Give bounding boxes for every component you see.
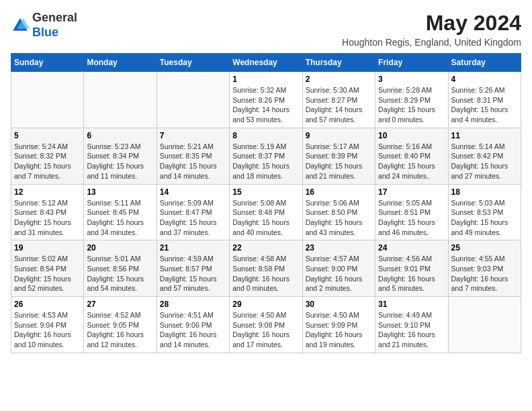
day-number: 7 bbox=[160, 131, 226, 140]
calendar-cell: 20Sunrise: 5:01 AMSunset: 8:56 PMDayligh… bbox=[84, 240, 157, 297]
day-info: Sunrise: 4:57 AMSunset: 9:00 PMDaylight:… bbox=[306, 254, 372, 293]
day-number: 21 bbox=[160, 243, 226, 253]
day-info: Sunrise: 4:52 AMSunset: 9:05 PMDaylight:… bbox=[87, 310, 153, 350]
sunrise-text: Sunrise: 5:21 AM bbox=[160, 142, 214, 150]
day-number: 28 bbox=[160, 300, 226, 309]
sunset-text: Sunset: 8:39 PM bbox=[306, 152, 358, 160]
sunrise-text: Sunrise: 5:32 AM bbox=[232, 86, 286, 94]
sunrise-text: Sunrise: 5:09 AM bbox=[160, 199, 214, 207]
calendar-cell: 23Sunrise: 4:57 AMSunset: 9:00 PMDayligh… bbox=[302, 240, 375, 297]
sunset-text: Sunset: 9:04 PM bbox=[14, 321, 66, 329]
weekday-header-row: SundayMondayTuesdayWednesdayThursdayFrid… bbox=[11, 54, 521, 72]
day-number: 3 bbox=[378, 75, 445, 84]
sunset-text: Sunset: 9:01 PM bbox=[378, 265, 431, 273]
daylight-text: Daylight: 15 hours and 52 minutes. bbox=[14, 275, 71, 293]
day-number: 30 bbox=[306, 300, 372, 309]
day-info: Sunrise: 5:01 AMSunset: 8:56 PMDaylight:… bbox=[87, 254, 153, 293]
sunrise-text: Sunrise: 5:11 AM bbox=[87, 199, 140, 207]
sunset-text: Sunset: 9:09 PM bbox=[306, 321, 358, 329]
sunset-text: Sunset: 8:53 PM bbox=[451, 208, 504, 216]
day-number: 8 bbox=[232, 131, 299, 140]
sunrise-text: Sunrise: 4:50 AM bbox=[306, 311, 359, 319]
calendar-cell: 11Sunrise: 5:14 AMSunset: 8:42 PMDayligh… bbox=[448, 128, 521, 184]
calendar-cell: 15Sunrise: 5:08 AMSunset: 8:48 PMDayligh… bbox=[230, 184, 302, 240]
day-info: Sunrise: 4:59 AMSunset: 8:57 PMDaylight:… bbox=[160, 254, 226, 293]
sunset-text: Sunset: 8:57 PM bbox=[160, 265, 212, 273]
sunset-text: Sunset: 8:35 PM bbox=[160, 152, 212, 160]
daylight-text: Daylight: 16 hours and 0 minutes. bbox=[232, 275, 290, 293]
daylight-text: Daylight: 16 hours and 5 minutes. bbox=[378, 275, 435, 293]
sunrise-text: Sunrise: 5:16 AM bbox=[378, 142, 432, 150]
day-info: Sunrise: 5:28 AMSunset: 8:29 PMDaylight:… bbox=[378, 85, 445, 125]
daylight-text: Daylight: 16 hours and 19 minutes. bbox=[306, 330, 363, 349]
weekday-header: Sunday bbox=[11, 54, 84, 72]
weekday-header: Thursday bbox=[302, 54, 375, 72]
calendar-cell: 24Sunrise: 4:56 AMSunset: 9:01 PMDayligh… bbox=[375, 240, 448, 297]
calendar-week-row: 5Sunrise: 5:24 AMSunset: 8:32 PMDaylight… bbox=[11, 128, 521, 184]
day-number: 31 bbox=[378, 300, 445, 309]
sunrise-text: Sunrise: 5:30 AM bbox=[306, 86, 359, 94]
daylight-text: Daylight: 16 hours and 12 minutes. bbox=[87, 330, 144, 349]
sunrise-text: Sunrise: 4:58 AM bbox=[232, 255, 286, 263]
day-number: 4 bbox=[451, 75, 518, 84]
daylight-text: Daylight: 14 hours and 57 minutes. bbox=[306, 105, 363, 124]
weekday-header: Monday bbox=[84, 54, 157, 72]
day-info: Sunrise: 5:16 AMSunset: 8:40 PMDaylight:… bbox=[378, 142, 445, 181]
day-info: Sunrise: 5:03 AMSunset: 8:53 PMDaylight:… bbox=[451, 198, 518, 238]
calendar-week-row: 19Sunrise: 5:02 AMSunset: 8:54 PMDayligh… bbox=[11, 240, 521, 297]
calendar-cell: 12Sunrise: 5:12 AMSunset: 8:43 PMDayligh… bbox=[11, 184, 84, 240]
sunrise-text: Sunrise: 4:49 AM bbox=[378, 311, 432, 319]
day-info: Sunrise: 5:09 AMSunset: 8:47 PMDaylight:… bbox=[160, 198, 226, 238]
calendar-week-row: 1Sunrise: 5:32 AMSunset: 8:26 PMDaylight… bbox=[11, 72, 521, 128]
weekday-header: Tuesday bbox=[157, 54, 229, 72]
sunset-text: Sunset: 9:00 PM bbox=[306, 265, 358, 273]
calendar-cell: 27Sunrise: 4:52 AMSunset: 9:05 PMDayligh… bbox=[84, 297, 157, 353]
day-info: Sunrise: 4:50 AMSunset: 9:09 PMDaylight:… bbox=[306, 310, 372, 350]
daylight-text: Daylight: 15 hours and 49 minutes. bbox=[451, 218, 508, 236]
sunset-text: Sunset: 8:42 PM bbox=[451, 152, 504, 160]
calendar-cell: 2Sunrise: 5:30 AMSunset: 8:27 PMDaylight… bbox=[302, 72, 375, 128]
day-number: 16 bbox=[306, 187, 372, 197]
day-info: Sunrise: 5:06 AMSunset: 8:50 PMDaylight:… bbox=[306, 198, 372, 238]
sunset-text: Sunset: 8:58 PM bbox=[232, 265, 285, 273]
daylight-text: Daylight: 16 hours and 7 minutes. bbox=[451, 275, 508, 293]
daylight-text: Daylight: 15 hours and 14 minutes. bbox=[160, 162, 217, 180]
day-info: Sunrise: 4:50 AMSunset: 9:08 PMDaylight:… bbox=[232, 310, 299, 350]
sunset-text: Sunset: 8:45 PM bbox=[87, 208, 139, 216]
day-info: Sunrise: 4:56 AMSunset: 9:01 PMDaylight:… bbox=[378, 254, 445, 293]
daylight-text: Daylight: 15 hours and 7 minutes. bbox=[14, 162, 71, 180]
sunset-text: Sunset: 9:06 PM bbox=[160, 321, 212, 329]
calendar-cell: 26Sunrise: 4:53 AMSunset: 9:04 PMDayligh… bbox=[11, 297, 84, 353]
sunrise-text: Sunrise: 4:52 AM bbox=[87, 311, 140, 319]
calendar-cell bbox=[448, 297, 521, 353]
sunrise-text: Sunrise: 4:50 AM bbox=[232, 311, 286, 319]
day-number: 27 bbox=[87, 300, 153, 309]
calendar-cell: 18Sunrise: 5:03 AMSunset: 8:53 PMDayligh… bbox=[448, 184, 521, 240]
daylight-text: Daylight: 15 hours and 34 minutes. bbox=[87, 218, 144, 236]
day-number: 24 bbox=[378, 243, 445, 253]
sunrise-text: Sunrise: 5:01 AM bbox=[87, 255, 140, 263]
day-info: Sunrise: 5:11 AMSunset: 8:45 PMDaylight:… bbox=[87, 198, 153, 238]
day-info: Sunrise: 5:05 AMSunset: 8:51 PMDaylight:… bbox=[378, 198, 445, 238]
calendar-cell: 7Sunrise: 5:21 AMSunset: 8:35 PMDaylight… bbox=[157, 128, 229, 184]
day-info: Sunrise: 5:26 AMSunset: 8:31 PMDaylight:… bbox=[451, 85, 518, 125]
sunrise-text: Sunrise: 4:51 AM bbox=[160, 311, 214, 319]
calendar-cell: 10Sunrise: 5:16 AMSunset: 8:40 PMDayligh… bbox=[375, 128, 448, 184]
day-info: Sunrise: 5:30 AMSunset: 8:27 PMDaylight:… bbox=[306, 85, 372, 125]
daylight-text: Daylight: 15 hours and 11 minutes. bbox=[87, 162, 144, 180]
day-number: 20 bbox=[87, 243, 153, 253]
day-number: 10 bbox=[378, 131, 445, 140]
calendar-cell: 6Sunrise: 5:23 AMSunset: 8:34 PMDaylight… bbox=[84, 128, 157, 184]
sunset-text: Sunset: 8:54 PM bbox=[14, 265, 66, 273]
calendar-cell: 31Sunrise: 4:49 AMSunset: 9:10 PMDayligh… bbox=[375, 297, 448, 353]
daylight-text: Daylight: 16 hours and 14 minutes. bbox=[160, 330, 217, 349]
day-info: Sunrise: 5:19 AMSunset: 8:37 PMDaylight:… bbox=[232, 142, 299, 181]
day-info: Sunrise: 5:08 AMSunset: 8:48 PMDaylight:… bbox=[232, 198, 299, 238]
day-info: Sunrise: 4:51 AMSunset: 9:06 PMDaylight:… bbox=[160, 310, 226, 350]
sunset-text: Sunset: 8:29 PM bbox=[378, 96, 431, 104]
sunset-text: Sunset: 8:26 PM bbox=[232, 96, 285, 104]
day-number: 15 bbox=[232, 187, 299, 197]
sunrise-text: Sunrise: 5:14 AM bbox=[451, 142, 505, 150]
daylight-text: Daylight: 15 hours and 46 minutes. bbox=[378, 218, 435, 236]
calendar-cell: 13Sunrise: 5:11 AMSunset: 8:45 PMDayligh… bbox=[84, 184, 157, 240]
